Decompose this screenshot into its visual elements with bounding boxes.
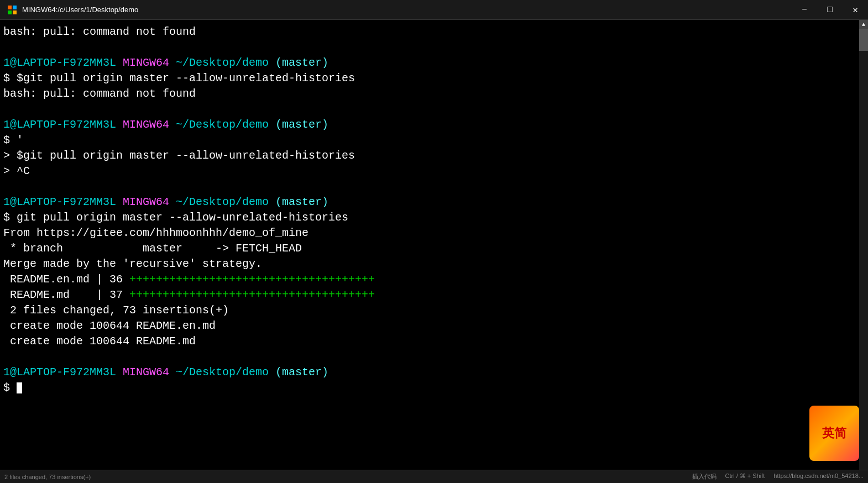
- terminal-line: $ ': [2, 133, 868, 148]
- terminal-area[interactable]: bash: pull: command not found 1@LAPTOP-F…: [0, 20, 868, 483]
- terminal-line: 1@LAPTOP-F972MM3L MINGW64 ~/Desktop/demo…: [2, 195, 868, 210]
- terminal-line: README.md | 37 +++++++++++++++++++++++++…: [2, 287, 868, 303]
- terminal-line: * branch master -> FETCH_HEAD: [2, 241, 868, 256]
- terminal-line: > $git pull origin master --allow-unrela…: [2, 148, 868, 164]
- window-controls: − □ ✕: [792, 0, 868, 20]
- terminal-line: Merge made by the 'recursive' strategy.: [2, 256, 868, 272]
- svg-rect-3: [13, 11, 17, 14]
- side-overlay-text: 英简: [822, 425, 846, 442]
- scrollbar[interactable]: ▲ ▼: [859, 20, 868, 483]
- close-button[interactable]: ✕: [843, 0, 868, 20]
- terminal-line: create mode 100644 README.md: [2, 334, 868, 349]
- maximize-button[interactable]: □: [817, 0, 843, 20]
- bottombar-left: 2 files changed, 73 insertions(+): [4, 474, 91, 480]
- terminal-line: README.en.md | 36 ++++++++++++++++++++++…: [2, 272, 868, 287]
- terminal-line: 1@LAPTOP-F972MM3L MINGW64 ~/Desktop/demo…: [2, 117, 868, 133]
- terminal-line: bash: pull: command not found: [2, 24, 868, 40]
- window-title: MINGW64:/c/Users/1/Desktop/demo: [22, 6, 138, 14]
- titlebar: MINGW64:/c/Users/1/Desktop/demo − □ ✕: [0, 0, 868, 20]
- terminal-line: [2, 40, 868, 55]
- svg-rect-1: [13, 6, 17, 9]
- terminal-line: [2, 349, 868, 365]
- terminal-line: 2 files changed, 73 insertions(+): [2, 303, 868, 318]
- terminal-line: $ git pull origin master --allow-unrelat…: [2, 210, 868, 225]
- svg-rect-0: [8, 6, 12, 9]
- app-icon: [7, 4, 18, 15]
- terminal-line: [2, 179, 868, 195]
- bottombar-item-1: 插入代码: [692, 473, 717, 481]
- terminal-line: > ^C: [2, 164, 868, 179]
- terminal-line: create mode 100644 README.en.md: [2, 318, 868, 334]
- scrollbar-track: [859, 29, 868, 474]
- bottombar-item-3: https://blog.csdn.net/m0_54218...: [773, 473, 864, 481]
- terminal-line: 1@LAPTOP-F972MM3L MINGW64 ~/Desktop/demo…: [2, 55, 868, 71]
- terminal-line: $ $git pull origin master --allow-unrela…: [2, 71, 868, 86]
- terminal-line: 1@LAPTOP-F972MM3L MINGW64 ~/Desktop/demo…: [2, 365, 868, 380]
- minimize-button[interactable]: −: [792, 0, 817, 20]
- terminal-line: bash: pull: command not found: [2, 86, 868, 102]
- side-overlay-widget[interactable]: 英简: [809, 406, 859, 461]
- terminal-cursor: [17, 382, 22, 393]
- bottombar-item-2: Ctrl / ⌘ + Shift: [725, 473, 765, 481]
- svg-rect-2: [8, 11, 12, 14]
- scrollbar-thumb[interactable]: [859, 29, 868, 51]
- terminal-line: [2, 102, 868, 117]
- terminal-line: $: [2, 380, 868, 396]
- terminal-line: From https://gitee.com/hhhmoonhhh/demo_o…: [2, 225, 868, 241]
- bottombar-right: 插入代码 Ctrl / ⌘ + Shift https://blog.csdn.…: [692, 473, 864, 481]
- scroll-up-button[interactable]: ▲: [859, 20, 868, 29]
- bottombar: 2 files changed, 73 insertions(+) 插入代码 C…: [0, 470, 868, 483]
